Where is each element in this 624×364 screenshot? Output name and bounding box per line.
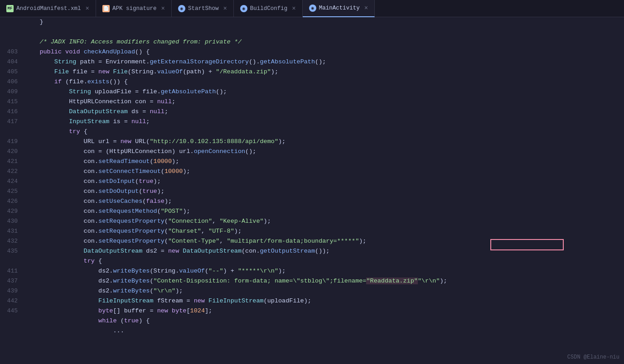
code-line-403: 403 public void checkAndUpload() { — [0, 47, 624, 57]
code-line-432: 432 con.setRequestProperty("Content-Type… — [0, 236, 624, 246]
tab-apksignature[interactable]: 📄 APK signature × — [96, 0, 172, 17]
tab-bar: MF AndroidManifest.xml × 📄 APK signature… — [0, 0, 624, 17]
startshow-icon: ◉ — [178, 5, 185, 12]
code-line-416: 416 DataOutputStream ds = null; — [0, 107, 624, 117]
code-line-inner-try: try { — [0, 256, 624, 266]
code-line-404: 404 String path = Environment.getExterna… — [0, 57, 624, 67]
tab-androidmanifest[interactable]: MF AndroidManifest.xml × — [0, 0, 96, 17]
tab-mainactivity-label: MainActivity — [319, 5, 360, 11]
buildconfig-icon: ◉ — [240, 5, 247, 12]
code-line-429: 429 con.setRequestMethod("POST"); — [0, 206, 624, 216]
tab-buildconfig-label: BuildConfig — [250, 5, 288, 12]
code-line-while: while (true) { — [0, 316, 624, 326]
code-area: } /* JADX INFO: Access modifiers changed… — [0, 17, 624, 364]
code-line-437: 437 ds2.writeBytes("Content-Disposition:… — [0, 276, 624, 286]
code-line-420: 420 con = (HttpURLConnection) url.openCo… — [0, 147, 624, 157]
code-line-406: 406 if (file.exists()) { — [0, 77, 624, 87]
code-line-419: 419 URL url = new URL("http://10.0.102.1… — [0, 137, 624, 147]
tab-mainactivity-close[interactable]: × — [364, 5, 368, 12]
mainactivity-icon: ◉ — [309, 5, 316, 12]
tab-mainactivity[interactable]: ◉ MainActivity × — [303, 0, 375, 17]
code-line-425: 425 con.setDoOutput(true); — [0, 187, 624, 196]
code-line-439: 439 ds2.writeBytes("\r\n"); — [0, 286, 624, 296]
watermark: CSDN @Elaine-niu — [567, 354, 619, 360]
tab-androidmanifest-label: AndroidManifest.xml — [16, 5, 81, 12]
code-line-411: 411 ds2.writeBytes(String.valueOf("--") … — [0, 266, 624, 276]
code-line-435: 435 DataOutputStream ds2 = new DataOutpu… — [0, 246, 624, 256]
code-line-431: 431 con.setRequestProperty("Charset", "U… — [0, 226, 624, 236]
tab-buildconfig-close[interactable]: × — [292, 5, 295, 12]
code-line-418: try { — [0, 127, 624, 137]
code-line-430: 430 con.setRequestProperty("Connection",… — [0, 216, 624, 226]
code-line-partial: ... — [0, 326, 624, 336]
tab-startshow[interactable]: ◉ StartShow × — [172, 0, 234, 17]
code-line-415: 415 HttpURLConnection con = null; — [0, 97, 624, 107]
code-line-442: 442 FileInputStream fStream = new FileIn… — [0, 296, 624, 306]
code-line-421: 421 con.setReadTimeout(10000); — [0, 157, 624, 167]
code-line-445: 445 byte[] buffer = new byte[1024]; — [0, 306, 624, 316]
androidmanifest-icon: MF — [6, 5, 14, 12]
tab-startshow-close[interactable]: × — [223, 5, 227, 12]
tab-startshow-label: StartShow — [188, 5, 219, 12]
tab-buildconfig[interactable]: ◉ BuildConfig × — [234, 0, 303, 17]
code-line-417: 417 InputStream is = null; — [0, 117, 624, 127]
code-line-409: 409 String uploadFile = file.getAbsolute… — [0, 87, 624, 97]
code-line-405: 405 File file = new File(String.valueOf(… — [0, 67, 624, 77]
code-line-422: 422 con.setConnectTimeout(10000); — [0, 167, 624, 177]
code-line-426: 426 con.setUseCaches(false); — [0, 196, 624, 206]
tab-apksignature-close[interactable]: × — [161, 5, 164, 12]
apksignature-icon: 📄 — [102, 5, 110, 12]
code-line-424: 424 con.setDoInput(true); — [0, 177, 624, 187]
tab-apksignature-label: APK signature — [112, 5, 157, 12]
code-line-close-brace: } — [0, 17, 624, 27]
code-line-comment: /* JADX INFO: Access modifiers changed f… — [0, 37, 624, 47]
tab-androidmanifest-close[interactable]: × — [86, 5, 89, 12]
code-line-blank1 — [0, 27, 624, 37]
